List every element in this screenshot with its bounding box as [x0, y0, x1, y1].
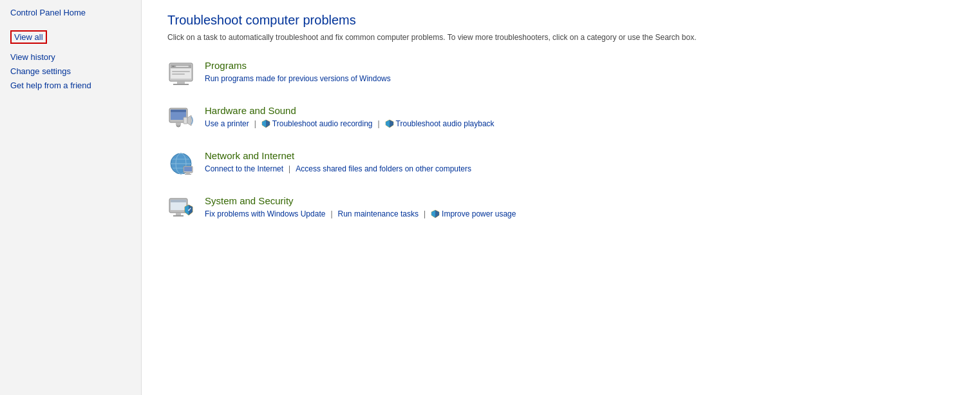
separator-3: | [288, 164, 290, 173]
page-subtitle: Click on a task to automatically trouble… [167, 33, 811, 42]
svg-rect-29 [186, 173, 190, 174]
hardware-sound-icon [167, 105, 194, 132]
fix-windows-update-link[interactable]: Fix problems with Windows Update [205, 209, 325, 218]
svg-rect-28 [184, 167, 192, 171]
troubleshoot-audio-recording-link[interactable]: Troubleshoot audio recording [261, 119, 373, 128]
svg-rect-4 [176, 66, 189, 67]
hardware-sound-links: Use a printer | Troubleshoot audio recor… [205, 119, 495, 128]
sidebar-item-control-panel-home[interactable]: Control Panel Home [10, 8, 141, 17]
main-content: Troubleshoot computer problems Click on … [142, 0, 980, 395]
svg-rect-33 [171, 200, 186, 202]
category-network-internet: Network and Internet Connect to the Inte… [167, 150, 954, 177]
page-title: Troubleshoot computer problems [167, 13, 954, 28]
category-programs-content: Programs Run programs made for previous … [205, 60, 391, 83]
programs-links: Run programs made for previous versions … [205, 74, 391, 83]
sidebar-item-get-help[interactable]: Get help from a friend [10, 81, 141, 90]
system-security-icon: ✓ [167, 195, 194, 222]
run-programs-link[interactable]: Run programs made for previous versions … [205, 74, 391, 83]
svg-marker-15 [187, 115, 191, 126]
svg-text:✓: ✓ [187, 207, 192, 213]
svg-rect-11 [171, 110, 186, 112]
hardware-sound-category-link[interactable]: Hardware and Sound [205, 105, 495, 116]
shield-icon-power [431, 209, 440, 218]
svg-rect-5 [172, 71, 190, 72]
sidebar-item-view-all[interactable]: View all [10, 30, 47, 44]
separator-2: | [377, 119, 379, 128]
svg-rect-34 [176, 213, 181, 215]
category-network-internet-content: Network and Internet Connect to the Inte… [205, 150, 471, 173]
sidebar-item-view-history[interactable]: View history [10, 52, 141, 62]
separator-5: | [424, 209, 426, 218]
separator-1: | [254, 119, 256, 128]
svg-rect-13 [176, 122, 181, 125]
network-internet-links: Connect to the Internet | Access shared … [205, 164, 471, 173]
system-security-category-link[interactable]: System and Security [205, 195, 516, 206]
connect-internet-link[interactable]: Connect to the Internet [205, 164, 283, 173]
svg-rect-7 [177, 81, 185, 84]
network-internet-icon [167, 150, 194, 177]
separator-4: | [330, 209, 332, 218]
svg-rect-14 [184, 117, 187, 124]
svg-rect-8 [173, 84, 189, 85]
run-maintenance-link[interactable]: Run maintenance tasks [338, 209, 419, 218]
improve-power-usage-link[interactable]: Improve power usage [431, 209, 516, 218]
category-system-security: ✓ System and Security Fix problems with … [167, 195, 954, 222]
access-shared-files-link[interactable]: Access shared files and folders on other… [296, 164, 471, 173]
programs-category-link[interactable]: Programs [205, 60, 391, 71]
category-system-security-content: System and Security Fix problems with Wi… [205, 195, 516, 218]
svg-rect-30 [185, 174, 191, 175]
category-hardware-sound-content: Hardware and Sound Use a printer | Troub… [205, 105, 495, 128]
svg-rect-35 [173, 215, 184, 217]
use-printer-link[interactable]: Use a printer [205, 119, 249, 128]
troubleshoot-audio-playback-link[interactable]: Troubleshoot audio playback [385, 119, 495, 128]
shield-icon-audio-rec [261, 119, 270, 128]
category-programs: Programs Run programs made for previous … [167, 60, 954, 87]
sidebar-item-change-settings[interactable]: Change settings [10, 66, 141, 76]
shield-icon-audio-play [385, 119, 394, 128]
category-hardware-sound: Hardware and Sound Use a printer | Troub… [167, 105, 954, 132]
svg-rect-3 [172, 66, 174, 67]
programs-icon [167, 60, 194, 87]
sidebar: Control Panel Home View all View history… [0, 0, 142, 395]
svg-rect-6 [172, 73, 185, 75]
network-internet-category-link[interactable]: Network and Internet [205, 150, 471, 161]
system-security-links: Fix problems with Windows Update | Run m… [205, 209, 516, 218]
